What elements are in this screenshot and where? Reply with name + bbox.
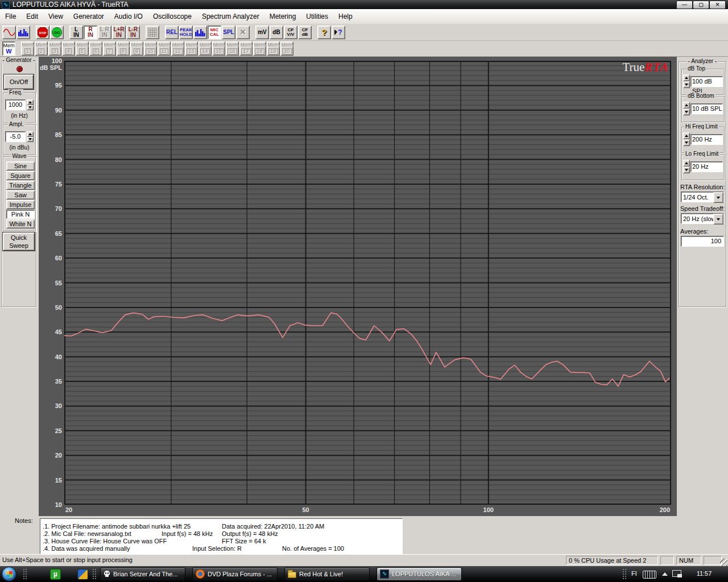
utorrent-icon[interactable]: µ [50,569,61,580]
relative-mode[interactable]: REL [165,26,179,39]
menu-generator[interactable]: Generator [68,10,109,24]
menu-audio-i-o[interactable]: Audio I/O [109,10,148,24]
db-top-spin-up[interactable] [683,74,690,81]
speed-tradeoff-dropdown-arrow[interactable] [713,214,723,225]
status-panel-blank-2 [704,556,722,565]
db-top-input[interactable]: 100 dB SPL [690,76,723,87]
mem-7-button: Mem7 [103,41,116,56]
quick-sweep-button[interactable]: Quick Sweep [3,232,35,251]
menu-utilities[interactable]: Utilities [301,10,333,24]
wave-saw-button[interactable]: Saw [6,190,35,199]
note-line-4-segment: No. of Averages = 100 [282,545,344,552]
input-left[interactable]: LIN [69,26,83,39]
db-bottom-spin-down[interactable] [683,109,690,115]
show-hidden-icons-arrow[interactable] [662,572,668,576]
notes-text-area[interactable]: .1. Project Filename: antimode subbari n… [40,518,403,554]
clock[interactable]: 11:57 [692,570,717,577]
minimize-button[interactable]: — [676,1,693,9]
task-button-2[interactable]: DVD Plaza Forums - ... [192,567,278,581]
resize-grip[interactable] [720,559,727,566]
go-button[interactable]: GO [50,26,64,39]
x-tick-50: 50 [297,506,315,513]
input-right[interactable]: RIN [84,26,97,39]
hi-freq-groupbox: Hi Freq Limit 200 Hz [681,127,725,153]
task-button-3[interactable]: Red Hot & Live! [284,567,370,581]
freq-spin-up[interactable] [27,99,34,105]
menu-metering[interactable]: Metering [264,10,301,24]
task-button-label: LOPPUTULOS AIKA ... [392,571,456,577]
stop-button[interactable]: STOP [36,26,49,39]
hi-freq-input[interactable]: 200 Hz [690,134,723,145]
mem-w-button[interactable]: MemW [2,41,15,56]
menu-spectrum-analyzer[interactable]: Spectrum Analyzer [197,10,264,24]
spectrum-display-icon[interactable] [16,26,30,39]
mem-20-button: Mem20 [280,41,293,56]
lo-freq-spinner [683,160,690,173]
firefox-icon [196,569,205,579]
wave-sine-button[interactable]: Sine [6,161,35,171]
tray-grip[interactable] [622,568,626,580]
crest-factor-vv[interactable]: CFV/V [284,26,297,39]
ampl-spin-up[interactable] [27,131,34,137]
taskbar-grip[interactable] [23,568,27,580]
bar-spectrum-icon[interactable] [193,26,207,39]
keyboard-layout-icon[interactable] [643,571,656,579]
units-mv[interactable]: mV [255,26,269,39]
mic-cal[interactable]: MICCAL [208,26,221,39]
freq-input[interactable]: 1000 [5,99,26,110]
close-button[interactable]: ✕ [709,1,726,9]
menu-oscilloscope[interactable]: Oscilloscope [148,10,197,24]
wave-square-button[interactable]: Square [6,171,35,180]
lo-freq-spin-up[interactable] [683,160,690,167]
lo-freq-spin-down[interactable] [683,167,690,173]
rta-resolution-dropdown[interactable]: 1/24 Oct. [681,192,724,202]
wave-pink-n-button[interactable]: Pink N [6,210,35,219]
db-bottom-spin-up[interactable] [683,102,690,109]
app-icon[interactable]: ∿ [2,1,10,9]
task-button-4[interactable]: ∿LOPPUTULOS AIKA ... [377,567,462,581]
lo-freq-input[interactable]: 20 Hz [690,161,723,172]
title-bar[interactable]: ∿ LOPPUTULOS AIKA HYVÄ - TrueRTA — ▢ ✕ [0,0,728,9]
task-button-1[interactable]: Brian Setzer And The... [100,567,185,581]
taskbar-grip-2[interactable] [92,568,96,580]
media-player-icon[interactable] [77,569,88,580]
start-button[interactable] [2,567,16,581]
help-button[interactable]: ? [317,26,331,39]
peak-hold[interactable]: PEAKHOLD [179,26,193,39]
hi-freq-spin-down[interactable] [683,139,690,146]
units-db[interactable]: dB [270,26,283,39]
crest-factor-db[interactable]: CFdB [298,26,312,39]
y-tick-70: 70 [39,205,62,212]
menu-view[interactable]: View [43,10,68,24]
menu-edit[interactable]: Edit [21,10,43,24]
wave-triangle-button[interactable]: Triangle [6,181,35,190]
db-top-spin-down[interactable] [683,81,690,88]
generator-on-off-button[interactable]: On/Off [4,74,34,89]
db-bottom-groupbox: dB Bottom 10 dB SPL [681,96,725,122]
spl-mode[interactable]: SPL [222,26,235,39]
context-help-button[interactable]: ? [332,26,345,39]
ampl-input[interactable]: -5.0 [5,131,26,142]
speed-tradeoff-dropdown[interactable]: 20 Hz (slow) [681,213,724,224]
taskbar: µ Brian Setzer And The...DVD Plaza Forum… [0,566,728,582]
freq-spin-down[interactable] [27,105,34,111]
wave-impulse-button[interactable]: Impulse [6,200,35,209]
generator-wave-icon[interactable] [2,26,16,39]
maximize-button[interactable]: ▢ [693,1,709,9]
truerta-logo: TrueRTA [622,60,669,74]
hi-freq-spin-up[interactable] [683,132,690,139]
input-l-plus-r[interactable]: L+RIN [112,26,126,39]
db-bottom-input[interactable]: 10 dB SPL [690,103,723,114]
y-tick-75: 75 [39,181,62,188]
menu-file[interactable]: File [0,10,21,24]
input-l-minus-r[interactable]: L-RIN [126,26,140,39]
language-indicator[interactable]: FI [631,570,637,577]
mem-3-button: Mem3 [48,41,61,56]
db-bottom-spinner [683,102,690,115]
menu-help[interactable]: Help [333,10,358,24]
network-icon[interactable] [672,570,681,577]
ampl-spin-down[interactable] [27,137,34,143]
wave-white-n-button[interactable]: White N [6,219,35,228]
averages-input[interactable]: 100 [681,236,724,247]
rta-resolution-dropdown-arrow[interactable] [713,192,723,203]
